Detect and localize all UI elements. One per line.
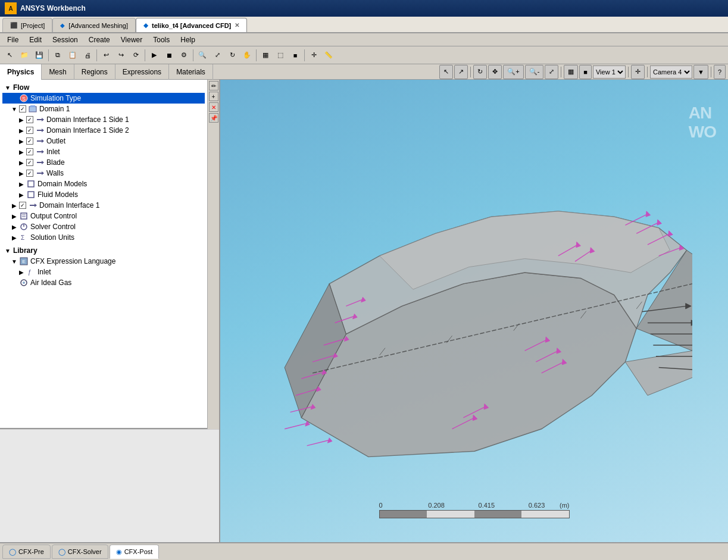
subtab-materials[interactable]: Materials (169, 64, 213, 80)
tree-fluid-models[interactable]: ▶ Fluid Models (2, 189, 205, 200)
subtab-regions[interactable]: Regions (74, 64, 115, 80)
outlet-exp[interactable]: ▶ (17, 138, 26, 145)
tree-di1s1[interactable]: ▶ Domain Interface 1 Side 1 (2, 114, 205, 125)
toolbar-cursor[interactable]: ↖ (2, 48, 17, 62)
section-flow[interactable]: ▼ Flow (2, 82, 205, 93)
toolbar-print[interactable]: 🖨 (80, 48, 95, 62)
toolbar-axis[interactable]: ✛ (307, 48, 321, 62)
menu-file[interactable]: File (2, 35, 23, 45)
vp-mesh-toggle[interactable]: ▦ (564, 65, 578, 79)
toolbar-copy[interactable]: ⧉ (51, 48, 65, 62)
toolbar-zoom[interactable]: 🔍 (195, 48, 210, 62)
toolbar-wire[interactable]: ⬚ (273, 48, 288, 62)
tree-output-control[interactable]: ▶ Output Control (2, 211, 205, 221)
tree-blade[interactable]: ▶ Blade (2, 157, 205, 168)
toolbar-ruler[interactable]: 📏 (321, 48, 336, 62)
toolbar-settings[interactable]: ⚙ (177, 48, 191, 62)
tree-inlet-expr[interactable]: ▶ ƒ Inlet (2, 267, 205, 277)
tree-domain-models[interactable]: ▶ Domain Models (2, 179, 205, 189)
fm-exp[interactable]: ▶ (17, 192, 26, 198)
vp-select-arrow[interactable]: ↖ (439, 65, 453, 79)
tree-air-ideal[interactable]: Air Ideal Gas (2, 277, 205, 288)
section-flow-expander[interactable]: ▼ (5, 85, 11, 91)
tree-outlet[interactable]: ▶ Outlet (2, 136, 205, 146)
ie-exp[interactable]: ▶ (17, 269, 26, 276)
menu-edit[interactable]: Edit (24, 35, 46, 45)
inlet-exp[interactable]: ▶ (17, 149, 26, 155)
inlet-check[interactable] (26, 148, 33, 155)
bottom-tab-cfxpre[interactable]: ◯ CFX-Pre (2, 545, 51, 559)
toolbar-save[interactable]: 💾 (32, 48, 46, 62)
vp-help[interactable]: ? (714, 65, 726, 79)
su-exp[interactable]: ▶ (10, 234, 19, 241)
subtab-physics[interactable]: Physics (0, 64, 42, 80)
toolbar-fit[interactable]: ⤢ (210, 48, 224, 62)
section-library-expander[interactable]: ▼ (5, 248, 11, 254)
toolbar-open[interactable]: 📁 (17, 48, 32, 62)
blade-exp[interactable]: ▶ (17, 159, 26, 166)
tree-solver-control[interactable]: ▶ Solver Control (2, 221, 205, 232)
sc-exp[interactable]: ▶ (10, 224, 19, 230)
tree-walls[interactable]: ▶ Walls (2, 168, 205, 179)
blade-check[interactable] (26, 159, 33, 166)
tree-inlet[interactable]: ▶ Inlet (2, 146, 205, 157)
menu-create[interactable]: Create (84, 35, 115, 45)
di1-exp[interactable]: ▶ (10, 202, 19, 209)
tree-area[interactable]: ▼ Flow S Simulation Type ▼ (0, 80, 207, 429)
toolbar-redo[interactable]: ↪ (114, 48, 128, 62)
tab-cfd[interactable]: ◆ teliko_t4 [Advanced CFD] ✕ (136, 18, 247, 32)
vp-multi-select[interactable]: ↗ (454, 65, 468, 79)
toolbar-stop[interactable]: ⏹ (162, 48, 176, 62)
side-btn-pin[interactable]: 📌 (209, 113, 218, 123)
di1s2-check[interactable] (26, 127, 33, 134)
toolbar-run[interactable]: ▶ (147, 48, 161, 62)
vp-pan-btn[interactable]: ✥ (488, 65, 502, 79)
walls-exp[interactable]: ▶ (17, 170, 26, 177)
subtab-expressions[interactable]: Expressions (115, 64, 169, 80)
tree-solution-units[interactable]: ▶ Σ Solution Units (2, 232, 205, 243)
subtab-mesh[interactable]: Mesh (42, 64, 74, 80)
vp-shading[interactable]: ■ (579, 65, 592, 79)
tree-cel[interactable]: ▼ E CFX Expression Language (2, 256, 205, 267)
oc-exp[interactable]: ▶ (10, 213, 19, 220)
toolbar-pan[interactable]: ✋ (240, 48, 254, 62)
side-btn-add[interactable]: + (209, 92, 218, 101)
domain1-exp[interactable]: ▼ (10, 106, 19, 112)
menu-viewer[interactable]: Viewer (116, 35, 147, 45)
domain1-check[interactable] (19, 105, 26, 112)
viewport[interactable]: ANWO (220, 80, 728, 542)
section-library[interactable]: ▼ Library (2, 245, 205, 256)
toolbar-mesh-view[interactable]: ▦ (258, 48, 273, 62)
dm-exp[interactable]: ▶ (17, 181, 26, 187)
cel-exp[interactable]: ▼ (10, 258, 19, 265)
tree-di1s2[interactable]: ▶ Domain Interface 1 Side 2 (2, 125, 205, 136)
menu-session[interactable]: Session (48, 35, 83, 45)
toolbar-solid[interactable]: ■ (288, 48, 302, 62)
tab-project[interactable]: ⬛ [Project] (2, 18, 52, 32)
side-btn-edit[interactable]: ✏ (209, 81, 218, 90)
di1s1-exp[interactable]: ▶ (17, 117, 26, 123)
toolbar-paste[interactable]: 📋 (65, 48, 80, 62)
di1s2-exp[interactable]: ▶ (17, 127, 26, 134)
bottom-tab-cfxsolver[interactable]: ◯ CFX-Solver (52, 545, 108, 559)
vp-axis-btn[interactable]: ✛ (631, 65, 645, 79)
menu-help[interactable]: Help (176, 35, 200, 45)
di1-check[interactable] (19, 202, 26, 209)
menu-tools[interactable]: Tools (148, 35, 174, 45)
walls-check[interactable] (26, 170, 33, 177)
toolbar-refresh[interactable]: ⟳ (129, 48, 143, 62)
di1s1-check[interactable] (26, 116, 33, 123)
camera-select[interactable]: Camera 4 (650, 65, 692, 79)
tab-meshing[interactable]: ◆ [Advanced Meshing] (52, 18, 136, 32)
toolbar-rotate[interactable]: ↻ (225, 48, 239, 62)
tree-domain1[interactable]: ▼ Domain 1 (2, 104, 205, 114)
vp-fit-btn[interactable]: ⤢ (545, 65, 558, 79)
toolbar-undo[interactable]: ↩ (99, 48, 113, 62)
outlet-check[interactable] (26, 137, 33, 145)
side-btn-delete[interactable]: ✕ (209, 102, 218, 112)
vp-camera-settings[interactable]: ▼ (693, 65, 708, 79)
bottom-tab-cfxpost[interactable]: ◉ CFX-Post (110, 545, 160, 559)
tree-di1[interactable]: ▶ Domain Interface 1 (2, 200, 205, 211)
vp-zoom-in[interactable]: 🔍+ (503, 65, 523, 79)
view-select[interactable]: View 1 (593, 65, 626, 79)
